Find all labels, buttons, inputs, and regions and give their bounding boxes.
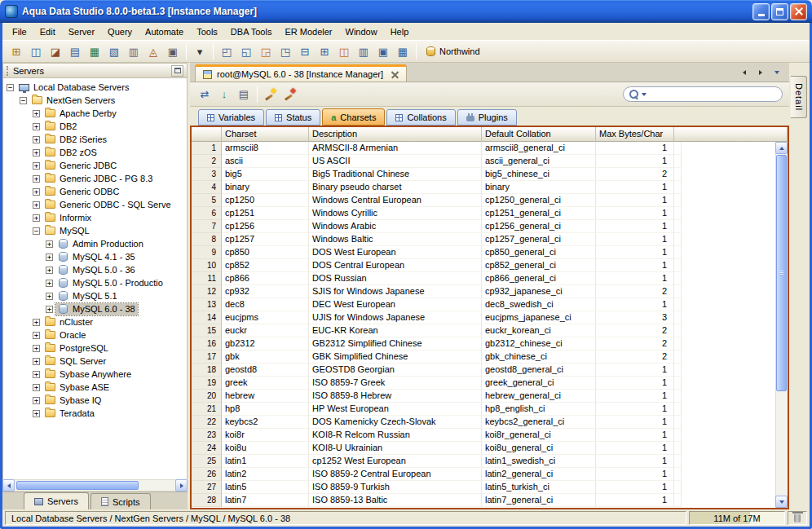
- cell-max-bytes[interactable]: 1: [596, 494, 674, 507]
- cell-default-collation[interactable]: euckr_korean_ci: [482, 324, 596, 337]
- expander-icon[interactable]: +: [33, 149, 40, 156]
- cell-default-collation[interactable]: big5_chinese_ci: [482, 168, 596, 181]
- table-row-22[interactable]: 22keybcs2DOS Kamenicky Czech-Slovakkeybc…: [192, 416, 788, 429]
- cell-charset[interactable]: cp850: [222, 246, 309, 259]
- table-vertical-scrollbar[interactable]: [775, 142, 788, 508]
- tree-item-mysql-6-0-38[interactable]: +MySQL 6.0 - 38: [3, 302, 187, 315]
- cell-max-bytes[interactable]: 2: [596, 324, 674, 337]
- menu-edit[interactable]: Edit: [33, 24, 62, 39]
- float-panel-button[interactable]: [171, 65, 183, 77]
- filter-wand-button[interactable]: [280, 85, 300, 104]
- row-number[interactable]: 19: [192, 377, 222, 390]
- cell-charset[interactable]: gbk: [222, 350, 309, 364]
- tree-item-mysql-5-0-36[interactable]: +MySQL 5.0 - 36: [3, 263, 187, 276]
- cell-default-collation[interactable]: cp1256_general_ci: [482, 220, 596, 233]
- cell-description[interactable]: DOS West European: [309, 246, 482, 259]
- cell-charset[interactable]: geostd8: [222, 364, 309, 377]
- row-number[interactable]: 9: [192, 246, 222, 259]
- cell-charset[interactable]: euckr: [222, 324, 309, 337]
- cell-max-bytes[interactable]: 1: [596, 416, 674, 429]
- tree-item-generic-odbc-sql-serve[interactable]: +Generic ODBC - SQL Serve: [3, 198, 187, 211]
- cell-charset[interactable]: cp1250: [222, 194, 309, 207]
- cell-default-collation[interactable]: cp1251_general_ci: [482, 207, 596, 220]
- table-row-20[interactable]: 20hebrewISO 8859-8 Hebrewhebrew_general_…: [192, 390, 788, 403]
- table-row-13[interactable]: 13dec8DEC West Europeandec8_swedish_ci1: [192, 298, 788, 311]
- expander-icon[interactable]: +: [33, 110, 40, 117]
- cell-description[interactable]: HP West European: [309, 403, 482, 416]
- split-vertical-button[interactable]: ⊞: [315, 42, 334, 61]
- schema-browser-button[interactable]: ▤: [65, 42, 85, 61]
- expander-icon[interactable]: +: [33, 384, 40, 391]
- expander-icon[interactable]: −: [7, 84, 14, 91]
- expander-icon[interactable]: +: [46, 293, 53, 300]
- tab-charsets[interactable]: aCharsets: [322, 108, 385, 126]
- query-builder-button[interactable]: ▧: [104, 42, 124, 61]
- table-row-26[interactable]: 26latin2ISO 8859-2 Central Europeanlatin…: [192, 468, 788, 481]
- cell-charset[interactable]: gb2312: [222, 337, 309, 350]
- cell-description[interactable]: EUC-KR Korean: [309, 324, 482, 337]
- cell-charset[interactable]: latin1: [222, 455, 309, 468]
- cell-max-bytes[interactable]: 1: [596, 364, 674, 377]
- expander-icon[interactable]: +: [33, 136, 40, 143]
- memory-indicator[interactable]: 11M of 17M: [689, 511, 785, 525]
- cell-description[interactable]: DEC West European: [309, 298, 482, 311]
- tree-item-mysql[interactable]: −MySQL: [3, 224, 187, 237]
- cell-max-bytes[interactable]: 1: [596, 194, 674, 207]
- tree-item-apache-derby[interactable]: +Apache Derby: [3, 107, 187, 120]
- cell-max-bytes[interactable]: 1: [596, 259, 674, 272]
- cell-charset[interactable]: greek: [222, 377, 309, 390]
- expander-icon[interactable]: +: [33, 201, 40, 209]
- expander-icon[interactable]: −: [20, 97, 27, 104]
- expander-icon[interactable]: +: [46, 306, 53, 313]
- row-number[interactable]: 12: [192, 285, 222, 298]
- cell-charset[interactable]: koi8u: [222, 442, 309, 455]
- cell-charset[interactable]: binary: [222, 181, 309, 194]
- cell-default-collation[interactable]: geostd8_general_ci: [482, 364, 596, 377]
- tree-item-postgresql[interactable]: +PostgreSQL: [3, 342, 187, 355]
- cell-default-collation[interactable]: latin7_general_ci: [482, 494, 596, 507]
- tab-status[interactable]: Status: [266, 109, 320, 126]
- column-header-description[interactable]: Description: [309, 127, 482, 142]
- tree-item-informix[interactable]: +Informix: [3, 211, 187, 224]
- row-number[interactable]: 27: [192, 481, 222, 494]
- cell-description[interactable]: US ASCII: [309, 155, 482, 168]
- row-number[interactable]: 28: [192, 494, 222, 507]
- window-tile-button[interactable]: ▥: [354, 42, 373, 61]
- cell-max-bytes[interactable]: 1: [596, 429, 674, 442]
- cell-charset[interactable]: cp866: [222, 272, 309, 285]
- cell-max-bytes[interactable]: 1: [596, 298, 674, 311]
- row-number[interactable]: 11: [192, 272, 222, 285]
- close-button[interactable]: [790, 3, 807, 20]
- cell-default-collation[interactable]: greek_general_ci: [482, 377, 596, 390]
- scroll-left-button[interactable]: [2, 479, 15, 492]
- table-row-16[interactable]: 16gb2312GB2312 Simplified Chinesegb2312_…: [192, 337, 788, 350]
- tree-item-mysql-4-1-35[interactable]: +MySQL 4.1 - 35: [3, 250, 187, 263]
- row-number[interactable]: 2: [192, 155, 222, 168]
- menu-server[interactable]: Server: [62, 24, 101, 39]
- menu-window[interactable]: Window: [339, 24, 384, 39]
- cell-charset[interactable]: cp1251: [222, 207, 309, 220]
- window-maximize-button[interactable]: ▣: [373, 42, 393, 61]
- cell-max-bytes[interactable]: 1: [596, 181, 674, 194]
- table-row-11[interactable]: 11cp866DOS Russiancp866_general_ci1: [192, 272, 788, 285]
- tree-item-teradata[interactable]: +Teradata: [3, 407, 187, 420]
- cell-default-collation[interactable]: cp850_general_ci: [482, 246, 596, 259]
- cell-default-collation[interactable]: gb2312_chinese_ci: [482, 337, 596, 350]
- menu-tools[interactable]: Tools: [190, 24, 224, 39]
- cell-default-collation[interactable]: cp1250_general_ci: [482, 194, 596, 207]
- row-number[interactable]: 5: [192, 194, 222, 207]
- cell-description[interactable]: ISO 8859-13 Baltic: [309, 494, 482, 507]
- tree-item-sybase-anywhere[interactable]: +Sybase Anywhere: [3, 368, 187, 381]
- scroll-tabs-right-button[interactable]: [755, 67, 766, 78]
- horizontal-scroll-thumb[interactable]: [16, 481, 139, 490]
- row-number[interactable]: 10: [192, 259, 222, 272]
- expander-icon[interactable]: +: [46, 240, 53, 248]
- cell-max-bytes[interactable]: 1: [596, 403, 674, 416]
- row-number[interactable]: 14: [192, 311, 222, 324]
- tree-item-db2[interactable]: +DB2: [3, 120, 187, 133]
- menu-dba-tools[interactable]: DBA Tools: [224, 24, 279, 39]
- table-row-15[interactable]: 15euckrEUC-KR Koreaneuckr_korean_ci2: [192, 324, 788, 337]
- expander-icon[interactable]: +: [33, 358, 40, 365]
- cell-max-bytes[interactable]: 3: [596, 311, 674, 324]
- row-number[interactable]: 16: [192, 337, 222, 350]
